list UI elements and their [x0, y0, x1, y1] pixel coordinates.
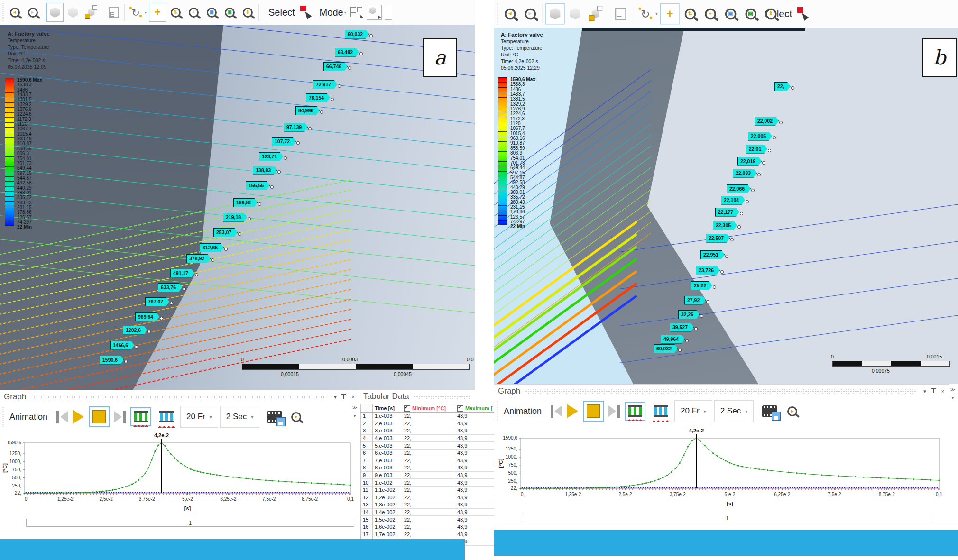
table-row[interactable]: 111,1e-00222,43,9 [360, 487, 476, 494]
time-column-header[interactable]: Time [s] [373, 404, 402, 413]
table-row[interactable]: 11,e-00322,43,9 [360, 413, 476, 420]
select-extra-icon[interactable] [385, 5, 392, 20]
play-button[interactable] [567, 400, 578, 422]
duration-dropdown[interactable]: 2 Sec▾ [714, 400, 754, 422]
zoom-fit-icon[interactable]: ▣ [221, 3, 238, 22]
animation-toolbar-grip[interactable] [2, 406, 5, 427]
checkbox-icon[interactable] [404, 405, 410, 412]
pane-close-icon[interactable]: × [350, 394, 357, 400]
step-last-button[interactable] [114, 406, 126, 428]
zoom-undo-icon[interactable]: ◄ [6, 3, 23, 22]
rotate-icon[interactable]: ↻ [636, 3, 655, 25]
table-row[interactable]: 66,e-00322,43,9 [360, 450, 476, 457]
expand-icon[interactable]: ≫ [352, 405, 357, 410]
table-row[interactable]: 151,5e-00222,43,9 [360, 516, 476, 523]
rotate-dropdown-icon[interactable]: ▾ [655, 11, 660, 16]
isometric-view-icon[interactable] [46, 3, 64, 22]
isometric-view-icon[interactable] [545, 3, 564, 25]
toolbar-grip[interactable] [2, 3, 5, 22]
animation-toolbar-grip[interactable] [496, 401, 499, 422]
zoom-to-range-button[interactable]: ► [787, 400, 797, 422]
maximum-column-header[interactable]: Maximum [ [455, 404, 498, 413]
select-cursor-icon[interactable] [796, 7, 808, 20]
window-layout-icon[interactable] [105, 3, 122, 22]
expand-icon[interactable]: ≫ [950, 387, 955, 392]
result-sets-icon[interactable] [130, 407, 151, 426]
select-label[interactable]: Select [268, 7, 295, 18]
zoom-in-icon[interactable]: + [185, 3, 202, 22]
zoom-redo-icon[interactable]: ► [521, 3, 540, 25]
select-body-icon[interactable] [367, 5, 382, 20]
chevron-down-icon[interactable]: ▾ [951, 395, 954, 400]
pan-icon[interactable]: + [149, 3, 166, 22]
pane-dropdown-icon[interactable]: ▾ [332, 394, 339, 400]
shaded-view-icon[interactable] [64, 3, 82, 22]
viewport-3d-b[interactable]: A: Factory valve Temperature Type: Tempe… [494, 28, 958, 384]
temperature-probe-label: 22, [774, 82, 791, 91]
zoom-box-icon[interactable]: ▣ [203, 3, 220, 22]
pane-pin-icon[interactable] [930, 388, 936, 395]
step-first-button[interactable] [56, 406, 68, 428]
table-row[interactable]: 141,4e-00222,43,9 [360, 509, 476, 516]
zoom-back-icon[interactable]: ⇕ [761, 3, 780, 25]
zoom-dynamic-icon[interactable]: ⇅ [681, 3, 700, 25]
time-decay-icon[interactable] [650, 402, 671, 421]
window-layout-icon[interactable] [611, 3, 630, 25]
pane-dropdown-icon[interactable]: ▾ [921, 388, 929, 395]
table-row[interactable]: 121,2e-00222,43,9 [360, 494, 476, 502]
pan-icon[interactable]: + [660, 3, 679, 25]
export-video-button[interactable] [762, 400, 777, 422]
table-row[interactable]: 77,e-00322,43,9 [360, 457, 476, 465]
pane-splitter-a[interactable]: ≫ ▾ [350, 403, 359, 433]
table-row[interactable]: 88,e-00322,43,9 [360, 464, 476, 472]
mode-label[interactable]: Mode [320, 7, 343, 18]
play-button[interactable] [73, 406, 84, 428]
pane-close-icon[interactable]: × [939, 388, 947, 394]
zoom-box-icon[interactable]: ▣ [721, 3, 740, 25]
frames-dropdown[interactable]: 20 Fr▾ [674, 400, 712, 422]
checkbox-icon[interactable] [457, 405, 463, 412]
table-row[interactable]: 161,6e-00222,43,9 [360, 523, 476, 531]
result-set-bar[interactable]: 1 [26, 519, 354, 527]
table-row[interactable]: 131,3e-00222,43,9 [360, 501, 476, 509]
step-first-button[interactable] [551, 400, 562, 422]
result-set-bar[interactable]: 1 [523, 514, 931, 522]
multi-viewport-icon[interactable] [83, 3, 100, 22]
select-cursor-icon[interactable] [299, 6, 311, 19]
stop-button[interactable] [583, 401, 604, 422]
ruler-tick: 0,00015 [281, 371, 299, 377]
zoom-back-icon[interactable]: ⇕ [239, 3, 256, 22]
table-row[interactable]: 44,e-00322,43,9 [360, 435, 476, 442]
table-row[interactable]: 99,e-00322,43,9 [360, 472, 476, 479]
rotate-dropdown-icon[interactable]: ▾ [145, 10, 148, 15]
chevron-down-icon[interactable]: ▾ [353, 413, 356, 418]
zoom-dynamic-icon[interactable]: ⇅ [167, 3, 184, 22]
frames-dropdown[interactable]: 20 Fr▾ [180, 406, 218, 428]
step-last-button[interactable] [608, 400, 620, 422]
table-row[interactable]: 33,e-00322,43,9 [360, 427, 476, 435]
zoom-undo-icon[interactable]: ◄ [500, 3, 519, 25]
table-row[interactable]: 22,e-00322,43,9 [360, 420, 476, 428]
pane-pin-icon[interactable] [341, 394, 347, 400]
toolbar-grip[interactable] [496, 3, 499, 25]
zoom-redo-icon[interactable]: ► [24, 3, 41, 22]
zoom-fit-icon[interactable]: ▣ [741, 3, 760, 25]
multi-viewport-icon[interactable] [586, 3, 605, 25]
viewport-3d-a[interactable]: A: Factory valve Temperature Type: Tempe… [0, 25, 475, 390]
result-sets-icon[interactable] [625, 402, 645, 421]
duration-dropdown[interactable]: 2 Sec▾ [220, 406, 260, 428]
time-decay-icon[interactable] [156, 407, 177, 426]
zoom-in-icon[interactable]: + [700, 3, 719, 25]
stop-button[interactable] [89, 406, 110, 427]
table-row[interactable]: 101,e-00222,43,9 [360, 479, 476, 487]
table-row[interactable]: 171,7e-00222,43,9 [360, 531, 476, 539]
export-video-button[interactable] [267, 406, 282, 428]
table-row[interactable]: 55,e-00322,43,9 [360, 442, 476, 450]
shaded-view-icon[interactable] [566, 3, 585, 25]
mode-dropdown-icon[interactable]: ▾ [344, 10, 348, 15]
zoom-to-range-button[interactable]: ► [291, 406, 301, 428]
pane-splitter-b[interactable]: ≫ ▾ [949, 385, 957, 532]
select-mode-icon[interactable] [350, 5, 364, 19]
minimum-column-header[interactable]: Minimum [°C] [402, 404, 455, 413]
rotate-icon[interactable]: ↻ [127, 3, 144, 22]
